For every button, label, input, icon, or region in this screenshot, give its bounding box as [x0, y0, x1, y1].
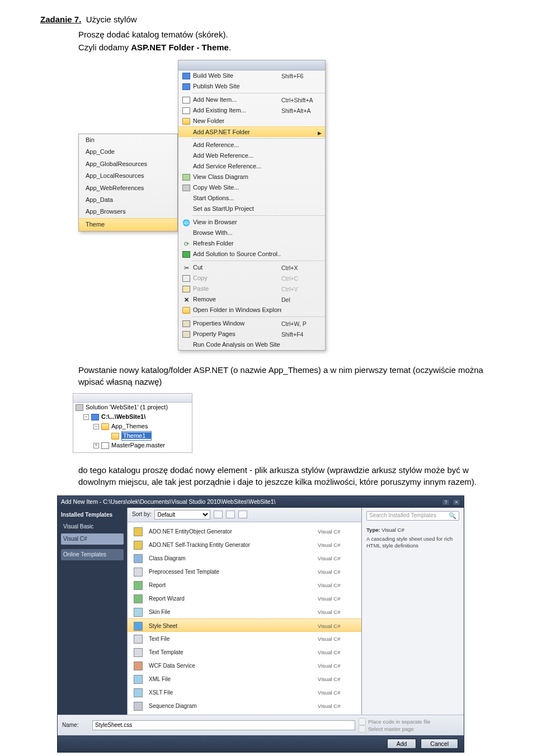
blue-icon [182, 72, 191, 81]
template-item-ado-net-entityobject-generator[interactable]: ADO.NET EntityObject GeneratorVisual C# [128, 525, 361, 538]
intro-line2a: Czyli dodamy [78, 42, 131, 52]
search-placeholder: Search Installed Templates [369, 512, 436, 519]
cancel-button[interactable]: Cancel [421, 739, 458, 749]
submenu-item-app-data[interactable]: App_Data [79, 194, 177, 206]
submenu-item-app-code[interactable]: App_Code [79, 146, 177, 158]
submenu-item-app-browsers[interactable]: App_Browsers [79, 206, 177, 218]
template-icon [133, 688, 143, 698]
template-item-text-file[interactable]: Text FileVisual C# [128, 632, 361, 645]
menu-item-run-code-analysis-on-web-site[interactable]: Run Code Analysis on Web Site [178, 339, 325, 350]
theme-node-editing[interactable] [73, 431, 192, 441]
template-item-preprocessed-text-template[interactable]: Preprocessed Text TemplateVisual C# [128, 565, 361, 578]
dialog-bottom-bar: Name: Place code in separate file Select… [58, 715, 464, 736]
template-item-text-template[interactable]: Text TemplateVisual C# [128, 645, 361, 659]
prop-icon [182, 319, 191, 328]
template-item-report-wizard[interactable]: Report WizardVisual C# [128, 592, 361, 605]
close-button[interactable]: × [453, 499, 460, 505]
template-label: Style Sheet [149, 622, 318, 630]
menu-item-build-web-site[interactable]: Build Web SiteShift+F6 [178, 70, 325, 81]
solution-node[interactable]: Solution 'WebSite1' (1 project) [73, 403, 192, 412]
template-item-class-diagram[interactable]: Class DiagramVisual C# [128, 551, 361, 565]
menu-item-refresh-folder[interactable]: ⟳Refresh Folder [178, 238, 325, 249]
menu-item-add-web-reference[interactable]: Add Web Reference... [178, 150, 325, 161]
help-button[interactable]: ? [442, 499, 450, 505]
blank-icon [182, 205, 191, 214]
template-language: Visual C# [318, 662, 357, 669]
template-language: Visual C# [318, 622, 357, 630]
template-item-skin-file[interactable]: Skin FileVisual C# [128, 605, 361, 618]
sortby-select[interactable]: Default [154, 510, 210, 519]
template-language: Visual C# [318, 675, 357, 683]
template-item-wcf-data-service[interactable]: WCF Data ServiceVisual C# [128, 659, 361, 672]
expand-icon[interactable]: + [93, 443, 99, 448]
template-item-style-sheet[interactable]: Style SheetVisual C# [128, 618, 361, 632]
submenu-item-app-globalresources[interactable]: App_GlobalResources [79, 158, 177, 170]
menu-item-shortcut: Ctrl+Shift+A [281, 96, 322, 105]
collapse-icon[interactable]: − [93, 424, 99, 429]
menu-item-label: Run Code Analysis on Web Site [193, 341, 281, 349]
menu-item-start-options[interactable]: Start Options... [178, 193, 325, 204]
template-label: XML File [149, 675, 318, 683]
menu-item-label: Properties Window [193, 319, 281, 328]
rename-input-wrapper[interactable] [121, 431, 152, 441]
template-label: Text Template [149, 649, 318, 656]
template-icon [133, 580, 143, 590]
menu-item-cut[interactable]: ✂CutCtrl+X [178, 262, 325, 273]
aspnet-folder-submenu: BinApp_CodeApp_GlobalResourcesApp_LocalR… [78, 134, 178, 231]
blank-icon [182, 152, 191, 160]
template-item-xslt-file[interactable]: XSLT FileVisual C# [128, 686, 361, 699]
sortby-label: Sort by: [132, 511, 151, 518]
menu-item-publish-web-site[interactable]: Publish Web Site [178, 81, 325, 92]
submenu-item-app-webreferences[interactable]: App_WebReferences [79, 182, 177, 194]
menu-item-view-in-browser[interactable]: 🌐View in Browser [178, 217, 325, 228]
add-button[interactable]: Add [387, 739, 417, 749]
menu-item-add-existing-item[interactable]: Add Existing Item...Shift+Alt+A [178, 105, 325, 116]
paste-icon [182, 285, 191, 294]
menu-item-new-folder[interactable]: New Folder [178, 116, 325, 126]
template-icon [133, 594, 143, 604]
menu-item-add-solution-to-source-control[interactable]: Add Solution to Source Control... [178, 249, 325, 259]
project-node[interactable]: − C:\...\WebSite1\ [73, 412, 192, 422]
menu-item-open-folder-in-windows-explorer[interactable]: Open Folder in Windows Explorer [178, 305, 325, 315]
solution-toolbar [73, 394, 192, 403]
menu-item-remove[interactable]: ✕RemoveDel [178, 294, 325, 305]
rename-input[interactable] [122, 432, 151, 439]
template-icon [133, 554, 143, 564]
type-line: Type: Visual C# [366, 526, 459, 533]
collapse-icon[interactable]: − [83, 414, 89, 420]
template-icon [133, 648, 143, 658]
template-item-sequence-diagram[interactable]: Sequence DiagramVisual C# [128, 699, 361, 712]
view-medium-icon[interactable] [226, 511, 235, 518]
online-templates[interactable]: Online Templates [61, 549, 124, 560]
template-category-visual-c-[interactable]: Visual C# [61, 533, 124, 545]
menu-item-property-pages[interactable]: Property PagesShift+F4 [178, 329, 325, 339]
menu-item-label: Cut [193, 263, 281, 272]
cut-icon: ✂ [182, 263, 191, 272]
menu-item-label: Publish Web Site [193, 82, 281, 91]
menu-item-add-service-reference[interactable]: Add Service Reference... [178, 161, 325, 172]
menu-separator [192, 261, 325, 261]
menu-item-label: Add Web Reference... [193, 152, 281, 160]
menu-item-copy-web-site[interactable]: Copy Web Site... [178, 182, 325, 193]
template-item-report[interactable]: ReportVisual C# [128, 578, 361, 592]
menu-item-add-reference[interactable]: Add Reference... [178, 140, 325, 150]
menu-item-set-as-startup-project[interactable]: Set as StartUp Project [178, 204, 325, 214]
view-small-icon[interactable] [214, 511, 223, 518]
submenu-item-bin[interactable]: Bin [79, 134, 177, 146]
template-category-visual-basic[interactable]: Visual Basic [61, 521, 124, 532]
template-item-ado-net-self-tracking-entity-generator[interactable]: ADO.NET Self-Tracking Entity GeneratorVi… [128, 538, 361, 551]
menu-item-browse-with[interactable]: Browse With... [178, 228, 325, 238]
menu-item-properties-window[interactable]: Properties WindowCtrl+W, P [178, 318, 325, 329]
name-input[interactable] [92, 720, 355, 730]
submenu-item-theme[interactable]: Theme [79, 218, 177, 231]
search-input[interactable]: Search Installed Templates 🔍 [366, 511, 459, 521]
view-list-icon[interactable] [238, 511, 247, 518]
submenu-item-app-localresources[interactable]: App_LocalResources [79, 170, 177, 182]
menu-item-add-new-item[interactable]: Add New Item...Ctrl+Shift+A [178, 94, 325, 105]
menu-item-label: Open Folder in Windows Explorer [193, 306, 281, 314]
menu-item-view-class-diagram[interactable]: View Class Diagram [178, 172, 325, 182]
menu-item-add-asp-net-folder[interactable]: Add ASP.NET Folder▶ [178, 126, 325, 137]
template-item-xml-file[interactable]: XML FileVisual C# [128, 672, 361, 686]
master-page-node[interactable]: + MasterPage.master [73, 441, 192, 450]
app-themes-node[interactable]: − App_Themes [73, 422, 192, 431]
